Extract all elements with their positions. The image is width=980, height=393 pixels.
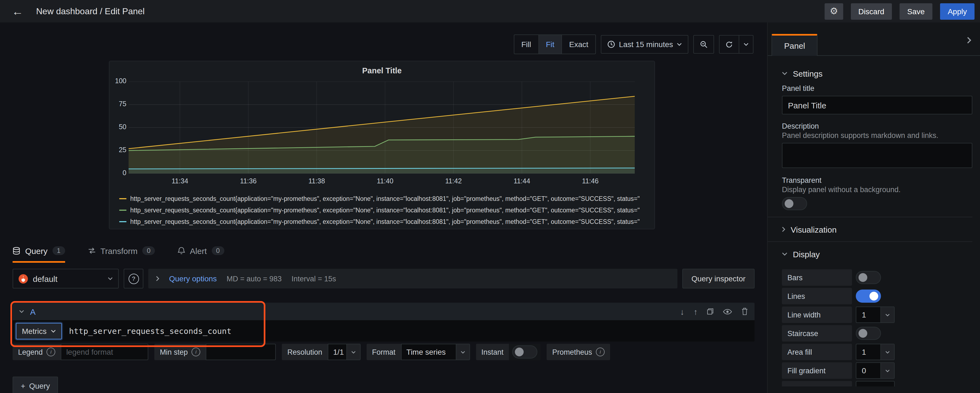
query-expression-input[interactable]: http_server_requests_seconds_count [69,326,231,335]
section-settings-header[interactable]: Settings [782,68,972,79]
tab-transform[interactable]: Transform 0 [88,240,155,263]
chevron-down-icon [455,344,469,360]
chevron-down-icon [677,43,682,46]
option-select[interactable] [856,381,895,387]
option-row-bars: Bars [782,269,972,286]
option-label: Staircase [782,325,852,342]
fit-mode-exact[interactable]: Exact [562,35,595,54]
metrics-dropdown[interactable]: Metrics [16,323,62,339]
section-title: Settings [793,69,822,78]
description-input[interactable] [782,143,972,168]
datasource-help-button[interactable]: ? [124,269,143,288]
dashboard-settings-button[interactable]: ⚙ [825,3,843,19]
fit-mode-fit[interactable]: Fit [538,35,562,54]
section-visualization-header[interactable]: Visualization [782,224,972,235]
y-tick-label: 100 [115,77,126,85]
x-tick-label: 11:34 [172,177,188,185]
section-display-header[interactable]: Display [782,248,972,259]
query-row-a: A ↓ ↑ Metrics [13,303,754,342]
header-actions: ⚙ Discard Save Apply [825,3,975,19]
y-tick-label: 50 [119,123,126,131]
transparent-toggle[interactable] [782,197,807,210]
staircase-toggle[interactable] [856,327,881,340]
database-icon [13,247,20,255]
area-fill-select[interactable]: 1 [856,344,895,360]
tab-panel[interactable]: Panel [772,34,818,56]
fill-gradient-select[interactable]: 0 [856,362,895,379]
interval-label: Interval = 15s [292,275,336,283]
chevron-down-icon [51,329,56,333]
legend-item[interactable]: http_server_requests_seconds_count{appli… [119,204,648,216]
tab-query[interactable]: Query 1 [13,240,65,263]
discard-button[interactable]: Discard [851,3,892,19]
refresh-interval-button[interactable] [739,35,754,54]
query-ref-id: A [30,307,35,316]
y-tick-label: 0 [123,169,126,177]
description-help-text: Panel description supports markdown and … [782,131,972,140]
legend-field-label: Legend i [13,344,61,360]
option-row-fill-gradient: Fill gradient 0 [782,362,972,379]
help-icon: ? [128,274,139,284]
move-query-down-icon[interactable]: ↓ [680,307,684,316]
panel-title-input[interactable] [782,96,972,115]
refresh-button[interactable] [719,35,739,54]
metrics-label: Metrics [22,326,46,335]
zoom-out-button[interactable] [693,35,714,54]
x-tick-label: 11:46 [582,177,599,185]
time-range-picker[interactable]: Last 15 minutes [601,35,688,54]
panel-title-label: Panel title [782,84,972,92]
toggle-query-visibility-icon[interactable] [723,309,732,315]
option-label: Fill gradient [782,362,852,379]
x-tick-label: 11:40 [377,177,393,185]
query-options-bar[interactable]: Query options MD = auto = 983 Interval =… [148,269,678,288]
query-editor-row: Metrics http_server_requests_seconds_cou… [13,320,754,342]
save-button[interactable]: Save [900,3,932,19]
option-row-line-width: Line width 1 [782,307,972,323]
delete-query-icon[interactable] [741,308,748,315]
min-step-field-group: Min step i [154,344,276,360]
resolution-select[interactable]: 1/1 [328,344,361,360]
legend-item[interactable]: http_server_requests_seconds_count{appli… [119,193,648,204]
min-step-input[interactable] [206,344,276,360]
tab-alert[interactable]: Alert 0 [178,240,224,263]
add-query-button[interactable]: + Query [13,377,58,393]
option-row-lines: Lines [782,288,972,304]
format-field-label: Format [367,344,401,360]
plus-icon: + [21,382,25,390]
move-query-up-icon[interactable]: ↑ [694,307,698,316]
fit-mode-fill[interactable]: Fill [514,35,538,54]
chevron-down-icon [782,72,788,75]
chart-legend: http_server_requests_seconds_count{appli… [119,193,648,227]
bars-toggle[interactable] [856,271,881,284]
editor-tabs: Query 1 Transform 0 Alert 0 [0,240,767,263]
query-options-row: Legend i Min step i Re [13,344,754,360]
resolution-field-group: Resolution 1/1 [282,344,361,360]
editor-pane: Fill Fit Exact Last 15 minutes [0,22,767,393]
transform-count-badge: 0 [143,246,155,255]
datasource-picker[interactable]: default [13,269,119,288]
info-icon: i [596,348,605,356]
chevron-right-icon [967,37,971,44]
line-width-select[interactable]: 1 [856,307,895,323]
lines-toggle[interactable] [856,290,881,303]
query-row-header[interactable]: A ↓ ↑ [13,303,754,320]
collapse-pane-button[interactable] [965,35,974,46]
chart-panel-title: Panel Title [110,66,654,75]
legend-format-input[interactable] [61,344,148,360]
duplicate-query-icon[interactable] [707,308,714,315]
chevron-down-icon [880,344,894,360]
query-options-label: Query options [169,274,217,283]
apply-button[interactable]: Apply [940,3,975,19]
back-button[interactable]: ← [8,2,27,21]
instant-toggle[interactable] [512,345,537,358]
select-value: 0 [862,366,866,375]
format-select[interactable]: Time series [401,344,470,360]
section-divider [768,217,972,217]
legend-item[interactable]: http_server_requests_seconds_count{appli… [119,216,648,227]
time-range-label: Last 15 minutes [619,40,673,49]
option-row-area-fill: Area fill 1 [782,344,972,360]
chevron-down-icon [19,310,24,313]
bell-icon [178,247,185,255]
query-inspector-button[interactable]: Query inspector [682,269,754,288]
instant-field-label: Instant [476,344,509,360]
